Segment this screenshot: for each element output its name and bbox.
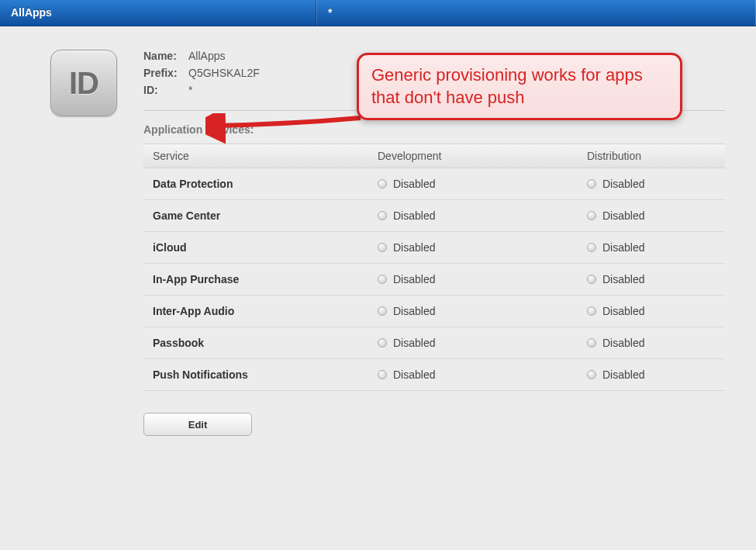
service-dev-status: Disabled <box>378 209 587 222</box>
service-name: Passbook <box>153 337 378 349</box>
status-dot-icon <box>378 179 387 189</box>
service-dist-status: Disabled <box>587 273 716 285</box>
service-dev-status: Disabled <box>378 368 587 381</box>
service-name: Data Protection <box>153 178 378 190</box>
prefix-label: Prefix: <box>143 67 184 79</box>
service-dev-status: Disabled <box>378 241 587 254</box>
edit-button[interactable]: Edit <box>143 413 252 436</box>
appid-icon-text: ID <box>69 66 98 101</box>
col-header-development: Development <box>378 150 587 162</box>
service-dist-status: Disabled <box>587 305 716 317</box>
service-dev-status: Disabled <box>378 305 587 317</box>
service-dev-status: Disabled <box>378 273 587 285</box>
status-dot-icon <box>587 211 596 220</box>
id-value: * <box>188 84 192 96</box>
service-row: Push NotificationsDisabledDisabled <box>143 359 725 391</box>
status-dot-icon <box>378 275 387 284</box>
id-label: ID: <box>143 84 184 96</box>
service-name: In-App Purchase <box>153 273 378 285</box>
header-title-right[interactable]: * <box>316 0 756 26</box>
service-row: PassbookDisabledDisabled <box>143 327 725 359</box>
service-row: Game CenterDisabledDisabled <box>143 200 725 232</box>
status-dot-icon <box>587 306 596 316</box>
service-dist-status: Disabled <box>587 241 716 254</box>
service-dist-status: Disabled <box>587 178 716 190</box>
name-value: AllApps <box>188 50 225 62</box>
status-dot-icon <box>587 338 596 348</box>
prefix-value: Q5GHSKAL2F <box>188 67 260 79</box>
status-dot-icon <box>378 338 387 348</box>
status-dot-icon <box>378 211 387 220</box>
annotation-callout: Generic provisioning works for apps that… <box>357 53 682 120</box>
services-table: Service Development Distribution Data Pr… <box>143 144 725 391</box>
header-bar: AllApps * <box>0 0 756 26</box>
status-dot-icon <box>378 243 387 252</box>
service-dev-status: Disabled <box>378 337 587 349</box>
service-row: Data ProtectionDisabledDisabled <box>143 168 725 200</box>
status-dot-icon <box>587 370 596 379</box>
status-dot-icon <box>587 243 596 252</box>
service-row: iCloudDisabledDisabled <box>143 232 725 264</box>
service-dist-status: Disabled <box>587 209 716 222</box>
service-name: Game Center <box>153 209 378 222</box>
header-title-left[interactable]: AllApps <box>0 0 316 26</box>
service-name: Inter-App Audio <box>153 305 378 317</box>
status-dot-icon <box>378 370 387 379</box>
service-name: Push Notifications <box>153 368 378 381</box>
annotation-arrow-icon <box>205 113 368 152</box>
service-name: iCloud <box>153 241 378 254</box>
service-dist-status: Disabled <box>587 368 716 381</box>
status-dot-icon <box>587 275 596 284</box>
name-label: Name: <box>143 50 184 62</box>
col-header-distribution: Distribution <box>587 150 716 162</box>
service-row: Inter-App AudioDisabledDisabled <box>143 296 725 327</box>
service-row: In-App PurchaseDisabledDisabled <box>143 264 725 296</box>
status-dot-icon <box>378 306 387 316</box>
appid-icon: ID <box>50 50 117 116</box>
service-dist-status: Disabled <box>587 337 716 349</box>
service-dev-status: Disabled <box>378 178 587 190</box>
status-dot-icon <box>587 179 596 189</box>
